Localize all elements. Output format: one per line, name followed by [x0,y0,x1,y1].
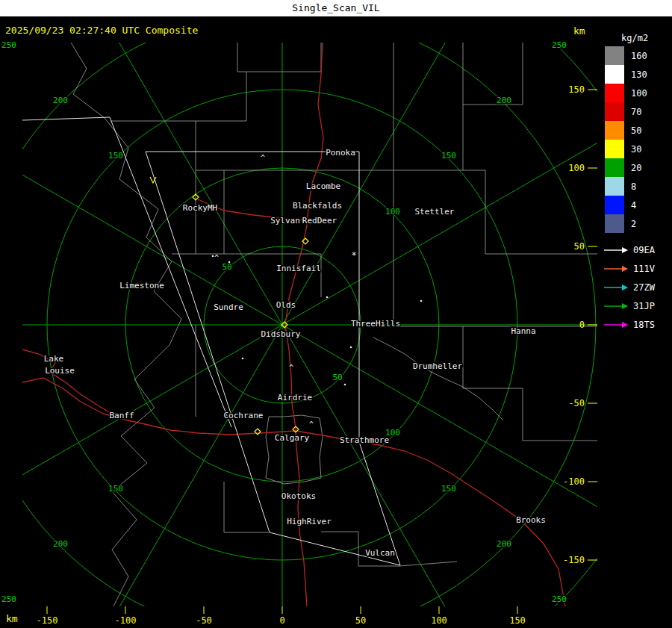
city-label: Okotoks [281,491,316,501]
right-axis-tick-label: 0 [579,320,585,330]
radar-id: 18TS [633,320,655,330]
caret-marker-icon: ^ [309,420,314,429]
radar-legend-entry: 18TS [602,315,672,334]
radar-id: 31JP [633,301,655,311]
range-label: 250 [552,40,567,50]
city-label: HighRiver [287,517,332,526]
color-swatch [605,46,624,65]
city-label: Hanna [511,326,535,336]
bottom-axis-tick-label: -100 [115,615,137,626]
radar-map[interactable]: 5015020025010015020025015020025050100150… [0,0,672,628]
range-label: 200 [497,96,511,105]
city-label: RedDeer [302,216,337,226]
radar-legend-entry: 27ZW [602,278,672,296]
range-label: 250 [552,594,567,604]
colorbar-value: 130 [631,69,647,80]
city-label: Lacombe [306,181,340,191]
city-label: Didsbury [261,329,301,339]
radar-arrow-icon [603,264,629,273]
bottom-axis-tick-label: 0 [279,615,284,626]
dot-marker-icon [228,261,231,264]
range-label: 150 [108,484,123,494]
right-axis-tick-label: -100 [563,476,585,487]
right-axis-tick-label: -50 [568,398,585,408]
city-label: Olds [276,300,296,310]
caret-marker-icon: ^ [261,154,265,162]
colorbar-entry: 100 [602,84,672,102]
colorbar-value: 30 [631,144,641,155]
colorbar-value: 50 [631,125,641,136]
radar-arrow-icon [603,320,629,329]
county-boundary [463,43,523,105]
county-boundary [237,43,321,72]
right-axis-tick-label: 150 [568,84,585,95]
color-swatch [605,65,624,84]
color-swatch [605,102,624,121]
city-label: Strathmore [340,435,389,445]
colorbar-value: 2 [631,219,636,229]
color-swatch [605,140,624,158]
city-label: Vulcan [365,548,395,558]
dot-marker-icon [344,384,346,386]
color-swatch [605,121,624,140]
radial-line [282,325,499,628]
right-axis-tick-label: 100 [568,163,585,173]
radial-line [0,325,282,541]
right-axis-tick-label: 50 [574,241,585,252]
radar-legend-entry: 09EA [602,240,672,259]
colorbar: 16013010070503020842 [602,46,672,233]
city-label: Sundre [214,302,243,312]
colorbar-value: 70 [631,107,641,117]
city-label: Louise [45,366,75,376]
timestamp-label: 2025/09/23 02:27:40 UTC Composite [5,25,198,36]
city-label: Stettler [415,207,455,217]
range-label: 150 [441,484,456,494]
radar-legend: 09EA111V27ZW31JP18TS [602,240,672,334]
radar-coverage-outline [146,152,400,565]
right-axis-unit-label: km [573,25,585,37]
dot-marker-icon [326,296,329,299]
colorbar-entry: 20 [602,158,672,177]
colorbar-value: 20 [631,163,641,173]
colorbar-entry: 2 [602,214,672,233]
color-swatch [605,196,624,214]
radar-id: 111V [633,264,655,274]
colorbar-entry: 30 [602,140,672,158]
highway [22,378,296,435]
city-label: RockyMH [183,203,217,213]
radar-id: 09EA [633,245,655,255]
color-swatch [605,177,624,196]
radar-id: 27ZW [633,282,655,293]
legend-panel: kg/m2 16013010070503020842 09EA111V27ZW3… [602,33,672,334]
range-label: 200 [53,96,68,105]
range-label: 150 [108,151,123,161]
city-label: Sylvan [270,216,300,226]
city-label: Cochrane [224,411,264,420]
caret-marker-icon: ^ [289,364,293,372]
color-swatch [605,158,624,177]
dot-marker-icon [212,255,214,258]
radar-arrow-icon [603,246,629,255]
city-label: ThreeHills [351,319,400,329]
radial-line [282,0,499,325]
bottom-axis-tick-label: 50 [355,615,366,626]
city-label: Brooks [516,515,546,525]
colorbar-entry: 8 [602,177,672,196]
city-label: Lake [44,354,64,364]
range-label: 50 [332,373,342,382]
range-label: 250 [1,40,16,50]
range-label: 200 [497,539,511,549]
range-label: 150 [441,151,456,161]
colorbar-value: 8 [631,181,636,192]
colorbar-value: 4 [631,200,636,211]
colorbar-entry: 130 [602,65,672,84]
radar-legend-entry: 111V [602,259,672,278]
highway [22,349,122,419]
city-label: Calgary [275,433,310,443]
colorbar-entry: 50 [602,121,672,140]
caret-marker-icon: ^ [214,254,219,262]
dot-marker-icon [350,346,352,349]
radar-arrow-icon [603,302,629,311]
range-label: 200 [53,539,68,549]
city-label: Innisfail [276,264,321,273]
